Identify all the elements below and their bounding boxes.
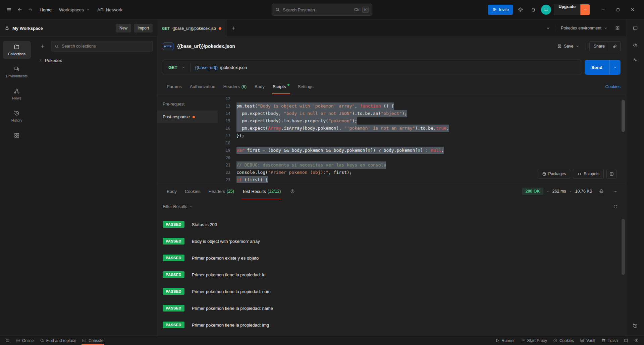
network-info-button[interactable]	[596, 186, 606, 196]
new-button[interactable]: New	[116, 24, 131, 32]
tab-list-button[interactable]	[543, 23, 553, 33]
console-button[interactable]: Console	[79, 336, 106, 345]
cookies-button[interactable]: Cookies	[550, 336, 577, 345]
editor-scrollbar[interactable]	[622, 95, 625, 182]
response-size[interactable]: 10.76 KB	[575, 189, 592, 194]
sidebar-item-more[interactable]	[3, 129, 31, 141]
request-insights-button[interactable]	[630, 55, 640, 65]
request-tab-settings[interactable]: Settings	[293, 79, 317, 94]
nav-forward-button[interactable]	[25, 5, 36, 15]
response-time[interactable]: 262 ms	[552, 189, 566, 194]
rerun-tests-button[interactable]	[610, 202, 621, 212]
nav-back-button[interactable]	[15, 5, 25, 15]
response-tab-body[interactable]: Body	[163, 183, 181, 199]
copy-link-button[interactable]	[609, 42, 620, 51]
workspace-title[interactable]: My Workspace	[12, 26, 43, 31]
code-line[interactable]: 17});	[218, 132, 621, 139]
invite-button[interactable]: Invite	[488, 5, 513, 15]
trash-button[interactable]: Trash	[599, 336, 621, 345]
global-search-input[interactable]	[283, 7, 352, 12]
window-minimize-button[interactable]	[596, 3, 610, 16]
code-text: pm.expect(body, "body is null or not JSO…	[236, 110, 407, 117]
play-icon	[495, 338, 499, 343]
bottom-panel-button[interactable]	[621, 336, 631, 345]
sidebar-item-history[interactable]: History	[3, 107, 31, 125]
sidebar-toggle-button[interactable]	[3, 336, 12, 345]
code-snippet-button[interactable]	[630, 40, 640, 50]
save-button[interactable]: Save	[554, 42, 582, 51]
environment-selector[interactable]: Pokedex environment	[559, 24, 610, 32]
main-menu-button[interactable]	[4, 5, 14, 15]
request-tab-headers[interactable]: Headers(6)	[219, 79, 251, 94]
online-status-button[interactable]: Online	[13, 336, 37, 345]
add-collection-button[interactable]	[38, 41, 48, 51]
changelog-button[interactable]	[630, 321, 640, 331]
notifications-button[interactable]	[528, 5, 538, 15]
response-tab-cookies[interactable]: Cookies	[181, 183, 205, 199]
import-button[interactable]: Import	[134, 24, 153, 32]
code-line[interactable]: 15 pm.expect(body).to.have.property("pok…	[218, 117, 621, 125]
filter-results-dropdown[interactable]: Filter Results	[163, 204, 193, 209]
upgrade-button[interactable]: Upgrade	[554, 4, 580, 15]
request-tab-body[interactable]: Body	[251, 79, 269, 94]
new-tab-button[interactable]	[228, 23, 238, 33]
status-badge[interactable]: 200 OK	[522, 188, 543, 195]
filter-row: Filter Results	[157, 199, 626, 214]
response-tab-test-results[interactable]: Test Results(12/12)	[238, 183, 285, 199]
request-tab-params[interactable]: Params	[163, 79, 186, 94]
code-line[interactable]: 20	[218, 154, 621, 161]
request-actions: Save Share	[554, 41, 621, 51]
collection-pokedex[interactable]: Pokedex	[34, 55, 157, 66]
chevron-down-icon	[583, 8, 587, 12]
sidebar-item-environments[interactable]: Environments	[3, 63, 31, 81]
request-tab-scripts[interactable]: Scripts	[269, 79, 294, 94]
response-options-button[interactable]	[610, 186, 621, 196]
url-field[interactable]: {{base_url}} /pokedex.json	[191, 65, 581, 70]
response-history-button[interactable]	[287, 186, 298, 196]
find-and-replace-button[interactable]: Find and replace	[37, 336, 79, 345]
settings-button[interactable]	[516, 5, 526, 15]
code-line[interactable]: 13pm.test("Body is object with 'pokemon'…	[218, 102, 621, 110]
open-request-tab[interactable]: GET {{base_url}}/pokedex.jso	[157, 20, 226, 37]
upgrade-dropdown-button[interactable]	[580, 4, 590, 15]
sidebar-item-collections[interactable]: Collections	[3, 41, 31, 59]
method-selector[interactable]: GET	[163, 60, 190, 75]
results-scrollbar[interactable]	[622, 216, 625, 334]
cookies-link[interactable]: Cookies	[605, 84, 621, 89]
send-dropdown-button[interactable]	[609, 60, 621, 75]
collections-search[interactable]	[51, 41, 153, 52]
workspaces-menu[interactable]: Workspaces	[56, 5, 93, 14]
snippets-button[interactable]: Snippets	[573, 169, 604, 179]
request-tab-authorization[interactable]: Authorization	[186, 79, 219, 94]
runner-button[interactable]: Runner	[492, 336, 517, 345]
code-line[interactable]: 21// DEBUG: descomenta si necesitas ver …	[218, 161, 621, 169]
start-proxy-button[interactable]: Start Proxy	[518, 336, 550, 345]
help-button[interactable]	[632, 336, 641, 345]
script-section-post-response[interactable]: Post-response	[157, 111, 218, 123]
response-tab-headers[interactable]: Headers(25)	[205, 183, 238, 199]
account-avatar[interactable]	[541, 5, 551, 15]
sidebar-item-flows[interactable]: Flows	[3, 85, 31, 103]
code-line[interactable]: 12	[218, 95, 621, 102]
vault-button[interactable]: Vault	[577, 336, 598, 345]
comments-button[interactable]	[630, 23, 640, 33]
window-maximize-button[interactable]	[610, 3, 625, 16]
code-line[interactable]: 19var first = (body && body.pokemon && b…	[218, 147, 621, 154]
script-section-pre-request[interactable]: Pre-request	[157, 98, 218, 111]
editor-panel-button[interactable]	[606, 169, 616, 179]
code-line[interactable]: 18	[218, 139, 621, 147]
home-link[interactable]: Home	[36, 5, 55, 14]
code-line[interactable]: 16 pm.expect(Array.isArray(body.pokemon)…	[218, 125, 621, 132]
collections-search-input[interactable]	[62, 44, 149, 49]
share-button[interactable]: Share	[590, 42, 609, 51]
code-line[interactable]: 14 pm.expect(body, "body is null or not …	[218, 110, 621, 117]
environment-quick-look-button[interactable]	[612, 23, 623, 33]
send-button[interactable]: Send	[585, 60, 609, 75]
script-editor[interactable]: 1213pm.test("Body is object with 'pokemo…	[218, 94, 626, 183]
window-close-button[interactable]	[625, 3, 640, 16]
scrollbar-thumb[interactable]	[622, 219, 625, 275]
api-network-menu[interactable]: API Network	[94, 5, 126, 14]
packages-button[interactable]: Packages	[538, 169, 571, 179]
global-search[interactable]: CtrlK	[272, 4, 372, 16]
scrollbar-thumb[interactable]	[622, 100, 625, 132]
